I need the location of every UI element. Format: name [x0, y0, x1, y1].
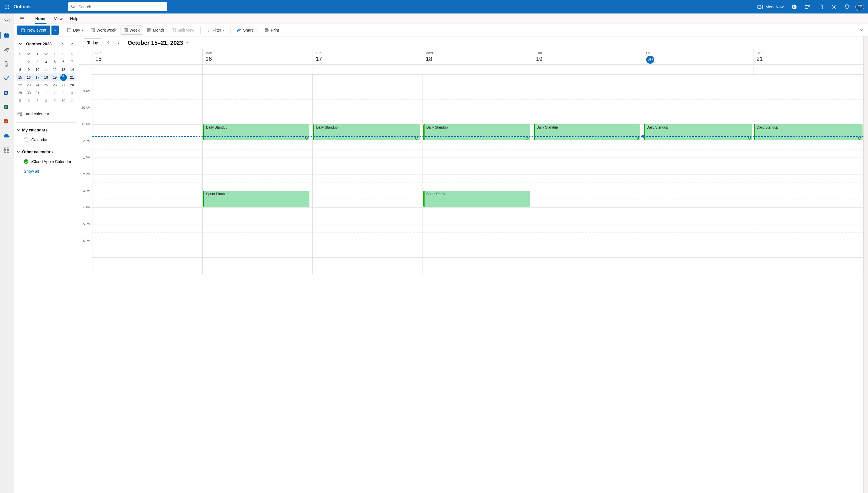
minical-day[interactable]: 26 — [50, 81, 59, 89]
minical-day[interactable]: 21 — [68, 73, 76, 81]
view-day-button[interactable]: Day▾ — [64, 25, 86, 35]
my-calendars-header[interactable]: My calendars — [16, 126, 76, 134]
minical-day[interactable]: 1 — [16, 58, 24, 66]
account-avatar[interactable]: EF — [855, 3, 864, 11]
meet-now-button[interactable]: Meet Now — [754, 5, 788, 9]
minical-day[interactable]: 7 — [68, 58, 76, 66]
minical-day[interactable]: 17 — [33, 73, 42, 81]
rail-todo[interactable] — [1, 74, 13, 83]
rail-powerpoint[interactable]: P — [1, 117, 13, 126]
calendar-event[interactable]: Daily Standup — [754, 124, 863, 140]
day-column[interactable] — [92, 74, 203, 274]
calendar-event[interactable]: Daily Standup — [423, 124, 530, 140]
rail-word[interactable]: W — [1, 88, 13, 97]
settings-button[interactable] — [827, 0, 841, 14]
calendar-grid-scroll[interactable]: 9 AM10 AM11 AM12 PM1 PM2 PM3 PM4 PM5 PM6… — [79, 74, 863, 493]
minical-day[interactable]: 24 — [33, 81, 42, 89]
today-button[interactable]: Today — [83, 39, 102, 47]
minical-day[interactable]: 4 — [42, 58, 50, 66]
minical-day[interactable]: 6 — [59, 58, 68, 66]
minical-day[interactable]: 9 — [50, 97, 59, 104]
calendar-event[interactable]: Daily Standup — [313, 124, 420, 140]
tab-view[interactable]: View — [54, 14, 63, 24]
minical-day[interactable]: 6 — [24, 97, 33, 104]
toolbar-expand[interactable] — [858, 29, 865, 31]
day-column[interactable]: Daily StandupSprint Retro — [423, 74, 533, 274]
minical-day[interactable]: 22 — [16, 81, 24, 89]
calendar-event[interactable]: Daily Standup — [644, 124, 753, 140]
minical-day[interactable]: 31 — [33, 89, 42, 97]
minical-day[interactable]: 28 — [68, 81, 76, 89]
minical-day[interactable]: 4 — [68, 89, 76, 97]
minical-day[interactable]: 19 — [50, 73, 59, 81]
search-input[interactable] — [68, 2, 167, 11]
minical-day[interactable]: 12 — [50, 66, 59, 73]
rail-onedrive[interactable] — [1, 131, 13, 140]
tab-help[interactable]: Help — [70, 14, 78, 24]
new-event-button[interactable]: New event — [17, 25, 50, 35]
tab-home[interactable]: Home — [35, 14, 46, 24]
minical-day[interactable]: 10 — [33, 66, 42, 73]
date-range-button[interactable]: October 15–21, 2023 — [127, 40, 188, 46]
tips-button[interactable] — [841, 0, 854, 14]
minical-day[interactable]: 9 — [24, 66, 33, 73]
view-workweek-button[interactable]: Work week — [88, 25, 120, 35]
minical-day[interactable]: 18 — [42, 73, 50, 81]
view-week-button[interactable]: Week — [121, 25, 143, 35]
minical-day[interactable]: 27 — [59, 81, 68, 89]
minical-month-label[interactable]: October 2023 — [26, 42, 57, 46]
minical-day[interactable]: 16 — [24, 73, 33, 81]
share-button[interactable]: Share▾ — [234, 25, 260, 35]
day-column[interactable]: Daily Standup — [753, 74, 863, 274]
minical-day[interactable]: 3 — [33, 58, 42, 66]
minical-day[interactable]: 2 — [50, 89, 59, 97]
rail-files[interactable] — [1, 59, 13, 69]
minical-day[interactable]: 13 — [59, 66, 68, 73]
notes-button[interactable] — [814, 0, 827, 14]
minical-day[interactable]: 3 — [59, 89, 68, 97]
day-header[interactable]: Fri20 — [643, 49, 754, 64]
allday-cell[interactable] — [92, 65, 203, 74]
rail-more-apps[interactable] — [1, 146, 13, 155]
allday-cell[interactable] — [313, 65, 423, 74]
view-month-button[interactable]: Month — [144, 25, 167, 35]
filter-button[interactable]: Filter▾ — [204, 25, 228, 35]
print-button[interactable]: Print — [261, 25, 282, 35]
day-column[interactable]: Daily Standup — [313, 74, 423, 274]
day-header[interactable]: Sun15 — [92, 49, 203, 64]
minical-day[interactable]: 10 — [59, 97, 68, 104]
minical-day[interactable]: 8 — [42, 97, 50, 104]
minical-day[interactable]: 11 — [42, 66, 50, 73]
right-scrollbar[interactable] — [863, 37, 868, 493]
minical-day[interactable]: 1 — [42, 89, 50, 97]
calendar-item-default[interactable]: Calendar — [16, 136, 76, 144]
minical-day[interactable]: 8 — [16, 66, 24, 73]
day-header[interactable]: Wed18 — [423, 49, 533, 64]
allday-cell[interactable] — [533, 65, 643, 74]
nav-toggle-button[interactable] — [16, 17, 28, 20]
show-all-link[interactable]: Show all — [16, 167, 76, 175]
minical-day[interactable]: 29 — [16, 89, 24, 97]
calendar-event[interactable]: Sprint Planning — [203, 191, 310, 207]
minical-day[interactable]: 25 — [42, 81, 50, 89]
allday-cell[interactable] — [754, 65, 863, 74]
calendar-event[interactable]: Daily Standup — [203, 124, 310, 140]
brand-label[interactable]: Outlook — [14, 4, 31, 9]
day-header[interactable]: Sat21 — [754, 49, 863, 64]
day-header[interactable]: Mon16 — [203, 49, 313, 64]
skype-button[interactable]: S — [788, 0, 801, 14]
minical-day[interactable]: 15 — [16, 73, 24, 81]
new-event-dropdown[interactable] — [51, 25, 59, 35]
add-calendar-button[interactable]: Add calendar — [16, 109, 76, 119]
app-launcher-button[interactable] — [0, 0, 14, 14]
minical-day[interactable]: 5 — [16, 97, 24, 104]
calendar-event[interactable]: Sprint Retro — [423, 191, 530, 207]
minical-day[interactable]: 20 — [59, 73, 68, 81]
minical-prev[interactable] — [59, 40, 66, 47]
calendar-checkbox[interactable] — [24, 159, 28, 164]
calendar-checkbox[interactable] — [24, 137, 28, 142]
rail-mail[interactable] — [1, 16, 13, 25]
other-calendars-header[interactable]: Other calendars — [16, 148, 76, 156]
day-header[interactable]: Thu19 — [533, 49, 643, 64]
minical-day[interactable]: 14 — [68, 66, 76, 73]
